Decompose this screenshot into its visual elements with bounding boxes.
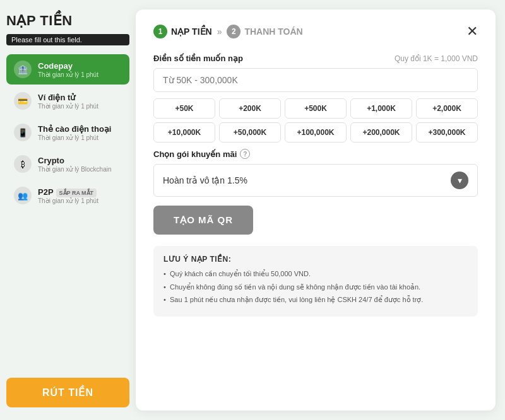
amount-section-label: Điền số tiền muốn nạp	[153, 54, 243, 63]
promo-label: Chọn gói khuyến mãi ?	[153, 149, 478, 159]
steps: 1 NẠP TIỀN » 2 THANH TOÁN	[153, 25, 303, 38]
promo-section: Chọn gói khuyến mãi ? Hoàn trả vô tận 1.…	[153, 149, 478, 197]
rut-tien-button[interactable]: RÚT TIỀN	[6, 378, 129, 407]
menu-icon-vi-dien-tu: 💳	[14, 92, 32, 110]
amount-btn-2000K[interactable]: +2,000K	[416, 98, 478, 119]
sidebar: NẠP TIỀN Please fill out this field. 🏦 C…	[0, 0, 136, 420]
menu-icon-the-cao: 📱	[14, 124, 32, 141]
sidebar-item-p2p[interactable]: 👥 P2PSẮP RA MẮT Thời gian xử lý 1 phút	[6, 180, 129, 211]
amount-btn-10000K[interactable]: +10,000K	[153, 122, 215, 143]
step-1: 1 NẠP TIỀN	[153, 25, 212, 38]
menu-icon-p2p: 👥	[14, 187, 32, 204]
help-icon[interactable]: ?	[240, 149, 250, 159]
note-item: Chuyển không đúng số tiền và nội dung sẽ…	[163, 282, 468, 293]
amount-btn-500K[interactable]: +500K	[285, 98, 347, 119]
step-2-num: 2	[227, 25, 241, 38]
menu-sub-the-cao: Thời gian xử lý 1 phút	[38, 134, 111, 141]
exchange-rate: Quy đổi 1K = 1,000 VND	[395, 54, 478, 63]
amount-buttons-grid: +50K+200K+500K+1,000K+2,000K+10,000K+50,…	[153, 98, 478, 143]
menu-sub-codepay: Thời gian xử lý 1 phút	[38, 71, 98, 78]
amount-btn-50K[interactable]: +50K	[153, 98, 215, 119]
menu-icon-crypto: ₿	[14, 155, 32, 173]
tooltip-bubble: Please fill out this field.	[6, 34, 129, 45]
amount-input[interactable]	[153, 68, 478, 92]
menu-label-codepay: Codepay	[38, 61, 98, 71]
sidebar-item-codepay[interactable]: 🏦 Codepay Thời gian xử lý 1 phút	[6, 54, 129, 85]
close-button[interactable]: ✕	[466, 25, 478, 38]
sidebar-item-the-cao[interactable]: 📱 Thẻ cào điện thoại Thời gian xử lý 1 p…	[6, 117, 129, 148]
deposit-modal: 1 NẠP TIỀN » 2 THANH TOÁN ✕ Điền số tiền…	[136, 9, 496, 411]
step-2-label: THANH TOÁN	[244, 26, 302, 37]
menu-sub-vi-dien-tu: Thời gian xử lý 1 phút	[38, 103, 98, 110]
amount-btn-1000K[interactable]: +1,000K	[350, 98, 412, 119]
note-title: LƯU Ý NẠP TIỀN:	[163, 255, 468, 264]
note-box: LƯU Ý NẠP TIỀN: Quý khách cần chuyển tối…	[153, 246, 478, 317]
create-qr-button[interactable]: TẠO MÃ QR	[153, 206, 253, 235]
modal-header: 1 NẠP TIỀN » 2 THANH TOÁN ✕	[153, 25, 478, 38]
step-1-num: 1	[153, 25, 167, 38]
menu-label-crypto: Crypto	[38, 156, 112, 165]
sidebar-item-crypto[interactable]: ₿ Crypto Thời gian xử lý Blockchain	[6, 149, 129, 179]
sidebar-title: NẠP TIỀN	[6, 13, 129, 29]
sidebar-item-vi-dien-tu[interactable]: 💳 Ví điện tử Thời gian xử lý 1 phút	[6, 86, 129, 116]
step-1-label: NẠP TIỀN	[171, 26, 212, 37]
promo-dropdown[interactable]: Hoàn trả vô tận 1.5% ▾	[153, 164, 478, 197]
sidebar-menu: 🏦 Codepay Thời gian xử lý 1 phút 💳 Ví đi…	[6, 54, 129, 371]
menu-icon-codepay: 🏦	[14, 61, 32, 78]
badge-p2p: SẮP RA MẮT	[56, 189, 97, 197]
menu-label-the-cao: Thẻ cào điện thoại	[38, 124, 111, 134]
amount-section-header: Điền số tiền muốn nạp Quy đổi 1K = 1,000…	[153, 54, 478, 63]
amount-btn-200K[interactable]: +200K	[219, 98, 281, 119]
menu-label-vi-dien-tu: Ví điện tử	[38, 93, 98, 102]
menu-sub-p2p: Thời gian xử lý 1 phút	[38, 197, 98, 204]
amount-btn-300000K[interactable]: +300,000K	[416, 122, 478, 143]
step-2: 2 THANH TOÁN	[227, 25, 302, 38]
amount-btn-100000K[interactable]: +100,000K	[285, 122, 347, 143]
step-arrow: »	[217, 26, 222, 37]
note-list: Quý khách cần chuyển tối thiểu 50,000 VN…	[163, 269, 468, 305]
dropdown-arrow-icon: ▾	[451, 172, 468, 189]
menu-label-p2p: P2PSẮP RA MẮT	[38, 187, 98, 197]
amount-btn-200000K[interactable]: +200,000K	[350, 122, 412, 143]
promo-value: Hoàn trả vô tận 1.5%	[163, 175, 247, 185]
menu-sub-crypto: Thời gian xử lý Blockchain	[38, 166, 112, 173]
amount-btn-50000K[interactable]: +50,000K	[219, 122, 281, 143]
note-item: Quý khách cần chuyển tối thiểu 50,000 VN…	[163, 269, 468, 279]
note-item: Sau 1 phút nếu chưa nhận được tiền, vui …	[163, 295, 468, 305]
